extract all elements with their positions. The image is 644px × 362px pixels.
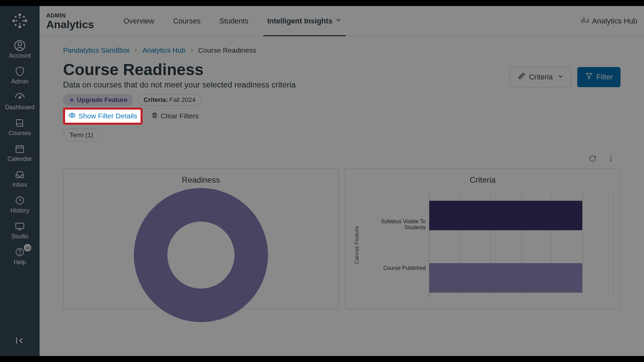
bar-category-label: Course Published xyxy=(365,265,426,271)
filter-button[interactable]: Filter xyxy=(577,67,621,87)
calendar-icon xyxy=(14,143,26,155)
header-buttons: Criteria Filter xyxy=(510,61,621,87)
help-badge: 10 xyxy=(24,244,31,251)
tab-label: Students xyxy=(219,17,249,25)
upgrade-chip-label: Upgrade Feature xyxy=(77,96,127,104)
history-icon xyxy=(14,194,26,206)
bar-chart-category-labels: Syllabus Visible To Students Course Publ… xyxy=(362,191,429,299)
studio-icon xyxy=(14,220,26,232)
svg-point-1 xyxy=(18,25,21,28)
svg-point-10 xyxy=(16,20,17,21)
tab-courses[interactable]: Courses xyxy=(164,6,210,36)
svg-point-14 xyxy=(19,97,20,98)
term-chip-row: Term (1) xyxy=(63,129,621,141)
bar-syllabus-visible xyxy=(429,201,613,230)
upgrade-feature-chip[interactable]: Upgrade Feature xyxy=(63,94,133,106)
more-vertical-icon[interactable] xyxy=(607,155,614,164)
readiness-donut-chart xyxy=(134,188,268,322)
svg-point-19 xyxy=(19,254,20,254)
svg-point-7 xyxy=(23,24,25,26)
nav-label: Studio xyxy=(11,233,28,240)
trash-icon xyxy=(151,112,158,120)
brand-line1: ADMIN xyxy=(46,12,94,19)
filter-icon xyxy=(585,72,593,82)
breadcrumb-link[interactable]: Analytics Hub xyxy=(142,46,185,54)
shield-icon xyxy=(14,65,26,77)
svg-point-2 xyxy=(12,19,15,22)
svg-point-6 xyxy=(15,24,17,26)
svg-point-3 xyxy=(24,19,27,22)
chips-row: Upgrade Feature Criteria: Fall 2024 xyxy=(63,94,621,106)
tab-overview[interactable]: Overview xyxy=(114,6,164,36)
tab-intelligent-insights[interactable]: Intelligent Insights xyxy=(258,6,351,36)
show-filter-details-link[interactable]: Show Filter Details xyxy=(68,112,137,121)
nav-item-studio[interactable]: Studio xyxy=(0,218,40,243)
clear-filters-link[interactable]: Clear Filters xyxy=(151,112,199,120)
nav-item-inbox[interactable]: Inbox xyxy=(0,166,40,192)
nav-label: Help xyxy=(13,259,26,266)
chart-row: Readiness Criteria xyxy=(63,168,621,309)
filter-actions-row: Show Filter Details Clear Filters xyxy=(63,108,621,125)
brand-line2: Analytics xyxy=(46,19,94,30)
tab-students[interactable]: Students xyxy=(210,6,258,36)
breadcrumb-link[interactable]: Pandalytics SandBox xyxy=(63,46,129,54)
criteria-bar-chart: Canvas Feature Syllabus Visible To Stude… xyxy=(352,191,613,299)
bar-category-label: Syllabus Visible To Students xyxy=(365,219,426,231)
criteria-chart-title: Criteria xyxy=(352,175,613,185)
criteria-button[interactable]: Criteria xyxy=(510,67,571,87)
tab-label: Intelligent Insights xyxy=(267,17,332,25)
help-icon: 10 xyxy=(14,246,26,258)
highlighted-show-filter-details: Show Filter Details xyxy=(63,108,143,125)
collapse-nav-button[interactable] xyxy=(0,332,40,349)
criteria-button-label: Criteria xyxy=(529,73,553,81)
nav-label: Inbox xyxy=(12,181,27,188)
page-header-left: Course Readiness Data on courses that do… xyxy=(63,61,296,89)
analytics-hub-link[interactable]: Analytics Hub xyxy=(581,16,637,26)
nav-item-help[interactable]: 10 Help xyxy=(0,243,40,269)
nav-item-calendar[interactable]: Calendar xyxy=(0,140,40,166)
svg-point-13 xyxy=(18,42,22,46)
breadcrumb: Pandalytics SandBox Analytics Hub Course… xyxy=(63,46,621,54)
svg-rect-17 xyxy=(16,223,24,229)
nav-item-dashboard[interactable]: Dashboard xyxy=(0,88,40,114)
refresh-icon[interactable] xyxy=(589,155,596,164)
ruler-icon xyxy=(518,72,526,82)
clear-filters-label: Clear Filters xyxy=(161,112,199,120)
eye-icon xyxy=(68,112,76,121)
filter-button-label: Filter xyxy=(596,73,613,81)
breadcrumb-separator-icon xyxy=(133,46,138,54)
chevron-down-icon xyxy=(557,73,564,81)
inbox-icon xyxy=(14,169,26,181)
svg-point-8 xyxy=(19,17,20,18)
nav-label: History xyxy=(10,207,29,214)
content-body: Pandalytics SandBox Analytics Hub Course… xyxy=(40,36,644,356)
nav-item-courses[interactable]: Courses xyxy=(0,114,40,140)
tab-label: Courses xyxy=(173,17,201,25)
nav-label: Calendar xyxy=(7,156,32,163)
nav-label: Account xyxy=(9,52,31,59)
breadcrumb-current: Course Readiness xyxy=(198,46,256,54)
nav-label: Admin xyxy=(11,78,28,85)
nav-item-account[interactable]: Account xyxy=(0,37,40,63)
nav-item-admin[interactable]: Admin xyxy=(0,63,40,88)
book-icon xyxy=(14,117,26,129)
svg-point-20 xyxy=(71,114,73,116)
canvas-logo-icon[interactable] xyxy=(10,11,30,31)
criteria-chip[interactable]: Criteria: Fall 2024 xyxy=(138,94,201,106)
readiness-chart-panel: Readiness xyxy=(63,168,339,309)
page-title: Course Readiness xyxy=(63,61,296,79)
bar-chart-icon xyxy=(581,16,589,26)
nav-label: Courses xyxy=(8,130,31,137)
dashboard-icon xyxy=(14,91,26,103)
main-content-area: ADMIN Analytics Overview Courses Student… xyxy=(40,6,644,356)
account-icon xyxy=(14,40,26,52)
nav-item-history[interactable]: History xyxy=(0,192,40,218)
svg-point-9 xyxy=(19,23,20,24)
term-chip[interactable]: Term (1) xyxy=(63,129,100,141)
analytics-hub-label: Analytics Hub xyxy=(592,17,637,25)
bar-chart-plot-area xyxy=(429,191,613,299)
show-filter-details-label: Show Filter Details xyxy=(78,112,137,120)
criteria-chip-label: Criteria: xyxy=(144,96,168,104)
bar-chart-y-axis-label: Canvas Feature xyxy=(352,191,362,299)
svg-point-0 xyxy=(18,13,21,16)
